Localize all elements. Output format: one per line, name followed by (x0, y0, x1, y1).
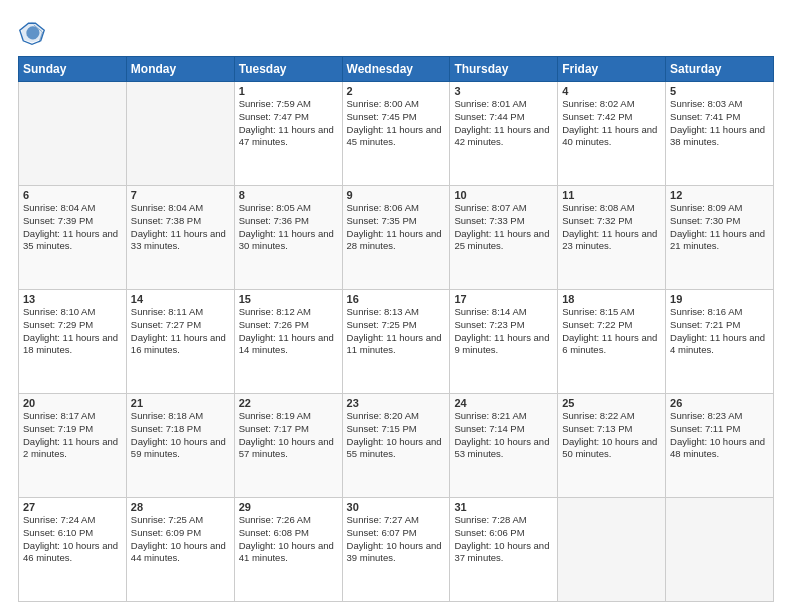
calendar-cell: 28Sunrise: 7:25 AM Sunset: 6:09 PM Dayli… (126, 498, 234, 602)
calendar-cell: 15Sunrise: 8:12 AM Sunset: 7:26 PM Dayli… (234, 290, 342, 394)
day-info: Sunrise: 8:03 AM Sunset: 7:41 PM Dayligh… (670, 98, 769, 149)
day-number: 14 (131, 293, 230, 305)
day-number: 12 (670, 189, 769, 201)
day-info: Sunrise: 8:21 AM Sunset: 7:14 PM Dayligh… (454, 410, 553, 461)
day-info: Sunrise: 8:06 AM Sunset: 7:35 PM Dayligh… (347, 202, 446, 253)
day-info: Sunrise: 8:14 AM Sunset: 7:23 PM Dayligh… (454, 306, 553, 357)
day-number: 13 (23, 293, 122, 305)
calendar-cell: 14Sunrise: 8:11 AM Sunset: 7:27 PM Dayli… (126, 290, 234, 394)
day-number: 21 (131, 397, 230, 409)
day-number: 8 (239, 189, 338, 201)
calendar-cell: 9Sunrise: 8:06 AM Sunset: 7:35 PM Daylig… (342, 186, 450, 290)
calendar-cell: 23Sunrise: 8:20 AM Sunset: 7:15 PM Dayli… (342, 394, 450, 498)
calendar-cell: 20Sunrise: 8:17 AM Sunset: 7:19 PM Dayli… (19, 394, 127, 498)
day-info: Sunrise: 8:07 AM Sunset: 7:33 PM Dayligh… (454, 202, 553, 253)
calendar-header-row: SundayMondayTuesdayWednesdayThursdayFrid… (19, 57, 774, 82)
day-number: 30 (347, 501, 446, 513)
day-number: 2 (347, 85, 446, 97)
day-number: 20 (23, 397, 122, 409)
calendar-cell: 22Sunrise: 8:19 AM Sunset: 7:17 PM Dayli… (234, 394, 342, 498)
day-info: Sunrise: 7:25 AM Sunset: 6:09 PM Dayligh… (131, 514, 230, 565)
day-info: Sunrise: 8:18 AM Sunset: 7:18 PM Dayligh… (131, 410, 230, 461)
calendar-cell: 24Sunrise: 8:21 AM Sunset: 7:14 PM Dayli… (450, 394, 558, 498)
day-info: Sunrise: 8:02 AM Sunset: 7:42 PM Dayligh… (562, 98, 661, 149)
calendar-table: SundayMondayTuesdayWednesdayThursdayFrid… (18, 56, 774, 602)
calendar-cell: 19Sunrise: 8:16 AM Sunset: 7:21 PM Dayli… (666, 290, 774, 394)
calendar-week-3: 13Sunrise: 8:10 AM Sunset: 7:29 PM Dayli… (19, 290, 774, 394)
calendar-cell: 5Sunrise: 8:03 AM Sunset: 7:41 PM Daylig… (666, 82, 774, 186)
calendar-cell: 27Sunrise: 7:24 AM Sunset: 6:10 PM Dayli… (19, 498, 127, 602)
calendar-week-5: 27Sunrise: 7:24 AM Sunset: 6:10 PM Dayli… (19, 498, 774, 602)
day-of-week-sunday: Sunday (19, 57, 127, 82)
calendar-week-4: 20Sunrise: 8:17 AM Sunset: 7:19 PM Dayli… (19, 394, 774, 498)
day-info: Sunrise: 7:28 AM Sunset: 6:06 PM Dayligh… (454, 514, 553, 565)
calendar-cell: 26Sunrise: 8:23 AM Sunset: 7:11 PM Dayli… (666, 394, 774, 498)
day-number: 25 (562, 397, 661, 409)
day-info: Sunrise: 8:17 AM Sunset: 7:19 PM Dayligh… (23, 410, 122, 461)
day-of-week-saturday: Saturday (666, 57, 774, 82)
day-info: Sunrise: 8:13 AM Sunset: 7:25 PM Dayligh… (347, 306, 446, 357)
calendar-cell: 17Sunrise: 8:14 AM Sunset: 7:23 PM Dayli… (450, 290, 558, 394)
calendar-week-1: 1Sunrise: 7:59 AM Sunset: 7:47 PM Daylig… (19, 82, 774, 186)
day-info: Sunrise: 8:19 AM Sunset: 7:17 PM Dayligh… (239, 410, 338, 461)
day-info: Sunrise: 8:12 AM Sunset: 7:26 PM Dayligh… (239, 306, 338, 357)
day-number: 15 (239, 293, 338, 305)
day-of-week-friday: Friday (558, 57, 666, 82)
calendar-cell: 7Sunrise: 8:04 AM Sunset: 7:38 PM Daylig… (126, 186, 234, 290)
day-number: 9 (347, 189, 446, 201)
day-number: 24 (454, 397, 553, 409)
header (18, 18, 774, 46)
day-info: Sunrise: 8:04 AM Sunset: 7:39 PM Dayligh… (23, 202, 122, 253)
calendar-cell: 3Sunrise: 8:01 AM Sunset: 7:44 PM Daylig… (450, 82, 558, 186)
day-number: 3 (454, 85, 553, 97)
day-info: Sunrise: 8:08 AM Sunset: 7:32 PM Dayligh… (562, 202, 661, 253)
day-info: Sunrise: 8:10 AM Sunset: 7:29 PM Dayligh… (23, 306, 122, 357)
day-number: 5 (670, 85, 769, 97)
day-of-week-monday: Monday (126, 57, 234, 82)
calendar-cell: 10Sunrise: 8:07 AM Sunset: 7:33 PM Dayli… (450, 186, 558, 290)
calendar-cell: 16Sunrise: 8:13 AM Sunset: 7:25 PM Dayli… (342, 290, 450, 394)
day-number: 6 (23, 189, 122, 201)
calendar-cell (558, 498, 666, 602)
day-info: Sunrise: 7:26 AM Sunset: 6:08 PM Dayligh… (239, 514, 338, 565)
day-number: 11 (562, 189, 661, 201)
day-info: Sunrise: 8:01 AM Sunset: 7:44 PM Dayligh… (454, 98, 553, 149)
logo (18, 18, 50, 46)
calendar-cell: 25Sunrise: 8:22 AM Sunset: 7:13 PM Dayli… (558, 394, 666, 498)
day-of-week-thursday: Thursday (450, 57, 558, 82)
day-number: 10 (454, 189, 553, 201)
day-number: 16 (347, 293, 446, 305)
calendar-cell (666, 498, 774, 602)
day-info: Sunrise: 8:00 AM Sunset: 7:45 PM Dayligh… (347, 98, 446, 149)
day-number: 1 (239, 85, 338, 97)
day-info: Sunrise: 8:20 AM Sunset: 7:15 PM Dayligh… (347, 410, 446, 461)
calendar-cell: 31Sunrise: 7:28 AM Sunset: 6:06 PM Dayli… (450, 498, 558, 602)
day-number: 26 (670, 397, 769, 409)
page: SundayMondayTuesdayWednesdayThursdayFrid… (0, 0, 792, 612)
calendar-cell: 4Sunrise: 8:02 AM Sunset: 7:42 PM Daylig… (558, 82, 666, 186)
day-of-week-tuesday: Tuesday (234, 57, 342, 82)
calendar-cell: 1Sunrise: 7:59 AM Sunset: 7:47 PM Daylig… (234, 82, 342, 186)
day-info: Sunrise: 8:16 AM Sunset: 7:21 PM Dayligh… (670, 306, 769, 357)
calendar-cell: 8Sunrise: 8:05 AM Sunset: 7:36 PM Daylig… (234, 186, 342, 290)
calendar-cell: 29Sunrise: 7:26 AM Sunset: 6:08 PM Dayli… (234, 498, 342, 602)
day-info: Sunrise: 8:11 AM Sunset: 7:27 PM Dayligh… (131, 306, 230, 357)
day-number: 17 (454, 293, 553, 305)
day-info: Sunrise: 8:04 AM Sunset: 7:38 PM Dayligh… (131, 202, 230, 253)
day-info: Sunrise: 7:59 AM Sunset: 7:47 PM Dayligh… (239, 98, 338, 149)
calendar-cell: 30Sunrise: 7:27 AM Sunset: 6:07 PM Dayli… (342, 498, 450, 602)
calendar-cell: 13Sunrise: 8:10 AM Sunset: 7:29 PM Dayli… (19, 290, 127, 394)
calendar-cell (19, 82, 127, 186)
calendar-cell: 2Sunrise: 8:00 AM Sunset: 7:45 PM Daylig… (342, 82, 450, 186)
day-number: 18 (562, 293, 661, 305)
day-info: Sunrise: 7:27 AM Sunset: 6:07 PM Dayligh… (347, 514, 446, 565)
calendar-week-2: 6Sunrise: 8:04 AM Sunset: 7:39 PM Daylig… (19, 186, 774, 290)
day-number: 22 (239, 397, 338, 409)
calendar-cell: 18Sunrise: 8:15 AM Sunset: 7:22 PM Dayli… (558, 290, 666, 394)
day-number: 29 (239, 501, 338, 513)
day-info: Sunrise: 8:23 AM Sunset: 7:11 PM Dayligh… (670, 410, 769, 461)
day-number: 4 (562, 85, 661, 97)
calendar-cell: 21Sunrise: 8:18 AM Sunset: 7:18 PM Dayli… (126, 394, 234, 498)
calendar-cell: 12Sunrise: 8:09 AM Sunset: 7:30 PM Dayli… (666, 186, 774, 290)
day-number: 7 (131, 189, 230, 201)
